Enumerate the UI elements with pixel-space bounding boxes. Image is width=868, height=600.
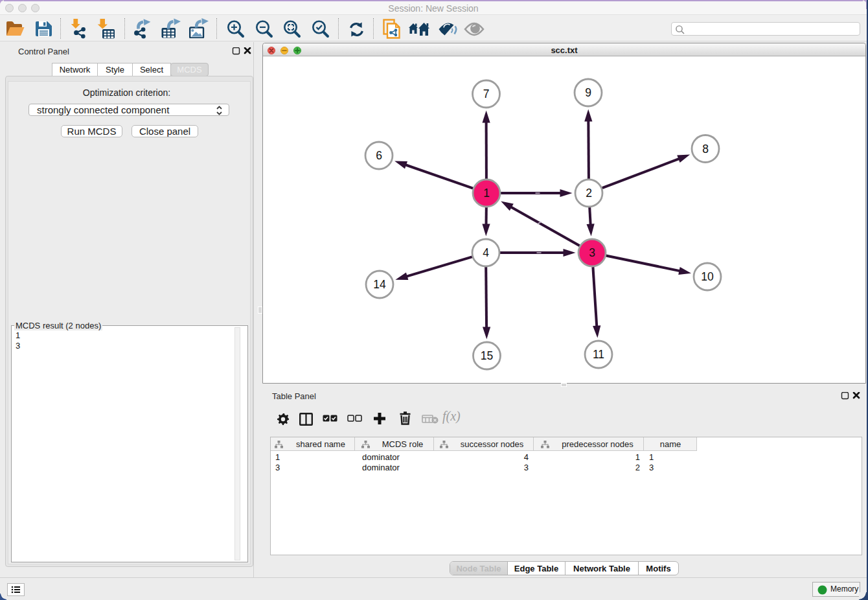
svg-text:9: 9 xyxy=(585,86,591,99)
svg-text:1: 1 xyxy=(483,187,490,200)
svg-text:4: 4 xyxy=(483,246,489,259)
svg-text:7: 7 xyxy=(483,87,490,100)
svg-text:8: 8 xyxy=(702,143,709,156)
svg-text:10: 10 xyxy=(701,270,714,283)
svg-text:14: 14 xyxy=(373,278,386,291)
svg-text:3: 3 xyxy=(589,246,595,259)
svg-text:11: 11 xyxy=(593,348,604,361)
svg-text:15: 15 xyxy=(481,349,493,362)
svg-text:6: 6 xyxy=(376,149,382,162)
svg-text:2: 2 xyxy=(586,187,592,200)
